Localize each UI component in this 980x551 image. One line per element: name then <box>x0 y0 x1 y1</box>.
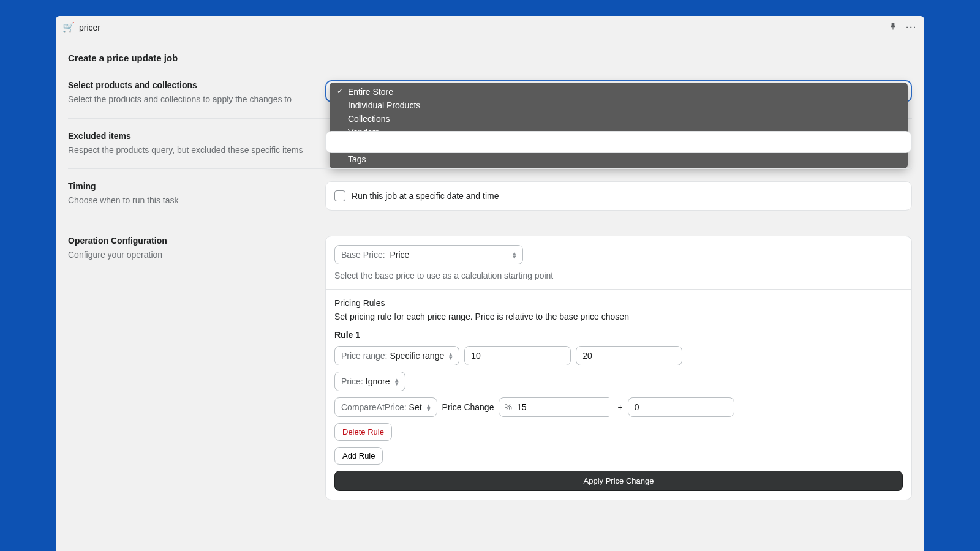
percent-input[interactable]: % <box>499 397 612 417</box>
cart-icon: 🛒 <box>63 22 74 33</box>
select-products-desc: Select the products and collections to a… <box>68 94 311 106</box>
excluded-desc: Respect the products query, but excluded… <box>68 144 311 157</box>
scheduled-checkbox-row: Run this job at a specific date and time <box>334 190 903 201</box>
percent-value-input[interactable] <box>517 398 612 416</box>
rule-1-compare-row: CompareAtPrice: Set ▴▾ Price Change % + <box>334 397 903 417</box>
page-title: Create a price update job <box>68 53 912 63</box>
pin-icon[interactable] <box>889 22 897 32</box>
rule-1-label: Rule 1 <box>334 330 903 340</box>
apply-price-change-button[interactable]: Apply Price Change <box>334 471 903 491</box>
price-range-prefix: Price range: <box>341 351 387 361</box>
operation-card: Base Price: Price ▴▾ Select the base pri… <box>325 236 912 500</box>
rule-1-delete-row: Delete Rule <box>334 423 903 441</box>
price-action-select[interactable]: Price: Ignore ▴▾ <box>334 372 405 391</box>
content: Create a price update job Select product… <box>56 39 924 551</box>
base-price-select[interactable]: Base Price: Price ▴▾ <box>334 245 523 264</box>
compare-prefix: CompareAtPrice: <box>341 402 407 412</box>
operation-title: Operation Configuration <box>68 236 311 246</box>
app-window: 🛒 pricer ··· Create a price update job S… <box>56 16 924 551</box>
price-change-label: Price Change <box>442 402 494 412</box>
section-left: Excluded items Respect the products quer… <box>68 131 325 157</box>
range-from-input[interactable] <box>464 346 571 365</box>
dropdown-option-collections[interactable]: Collections <box>330 112 908 126</box>
section-right: Run this job at a specific date and time <box>325 181 912 211</box>
operation-desc: Configure your operation <box>68 249 311 261</box>
rule-1-range-row: Price range: Specific range ▴▾ <box>334 346 903 365</box>
section-left: Timing Choose when to run this task <box>68 181 325 211</box>
app-header-left: 🛒 pricer <box>63 22 100 33</box>
section-operation: Operation Configuration Configure your o… <box>68 236 912 512</box>
app-title: pricer <box>79 23 100 32</box>
compare-at-price-select[interactable]: CompareAtPrice: Set ▴▾ <box>334 397 437 417</box>
chevron-updown-icon: ▴▾ <box>508 251 516 258</box>
app-header: 🛒 pricer ··· <box>56 16 924 39</box>
delete-rule-button[interactable]: Delete Rule <box>334 423 392 441</box>
chevron-updown-icon: ▴▾ <box>444 352 453 359</box>
price-range-select[interactable]: Price range: Specific range ▴▾ <box>334 346 459 365</box>
excluded-title: Excluded items <box>68 131 311 141</box>
add-rule-button[interactable]: Add Rule <box>334 447 383 465</box>
timing-card: Run this job at a specific date and time <box>325 181 912 211</box>
rule-1-price-row: Price: Ignore ▴▾ <box>334 372 903 391</box>
price-range-value: Specific range <box>390 351 444 361</box>
chevron-updown-icon: ▴▾ <box>422 403 431 411</box>
section-right: Base Price: Price ▴▾ Select the base pri… <box>325 236 912 500</box>
timing-desc: Choose when to run this task <box>68 195 311 207</box>
excluded-card <box>325 131 912 153</box>
pricing-rules-block: Pricing Rules Set pricing rule for each … <box>326 290 911 500</box>
dropdown-option-entire-store[interactable]: Entire Store <box>330 85 908 99</box>
price-action-prefix: Price: <box>341 377 363 386</box>
base-price-value: Price <box>390 250 409 260</box>
plus-sign: + <box>617 402 622 412</box>
price-action-value: Ignore <box>366 377 390 386</box>
timing-title: Timing <box>68 181 311 191</box>
select-products-title: Select products and collections <box>68 80 311 90</box>
dropdown-option-individual-products[interactable]: Individual Products <box>330 99 908 112</box>
section-select-products: Select products and collections Select t… <box>68 80 912 119</box>
section-timing: Timing Choose when to run this task Run … <box>68 181 912 223</box>
chevron-updown-icon: ▴▾ <box>390 378 399 385</box>
pricing-rules-title: Pricing Rules <box>334 298 903 308</box>
add-rule-row: Add Rule <box>334 447 903 465</box>
section-right <box>325 131 912 157</box>
percent-symbol: % <box>499 398 516 416</box>
base-price-helper: Select the base price to use as a calcul… <box>334 271 903 280</box>
scheduled-checkbox[interactable] <box>334 190 345 201</box>
app-header-right: ··· <box>889 22 917 32</box>
section-left: Operation Configuration Configure your o… <box>68 236 325 500</box>
pricing-rules-desc: Set pricing rule for each price range. P… <box>334 312 903 321</box>
offset-input[interactable] <box>628 397 734 417</box>
section-excluded: Excluded items Respect the products quer… <box>68 131 912 170</box>
section-right: Entire Store Individual Products Collect… <box>325 80 912 106</box>
compare-value: Set <box>409 402 422 412</box>
section-left: Select products and collections Select t… <box>68 80 325 106</box>
range-to-input[interactable] <box>576 346 682 365</box>
more-icon[interactable]: ··· <box>906 23 917 32</box>
base-price-block: Base Price: Price ▴▾ Select the base pri… <box>326 236 911 290</box>
base-price-prefix: Base Price: <box>341 250 387 260</box>
scheduled-checkbox-label: Run this job at a specific date and time <box>352 191 499 201</box>
